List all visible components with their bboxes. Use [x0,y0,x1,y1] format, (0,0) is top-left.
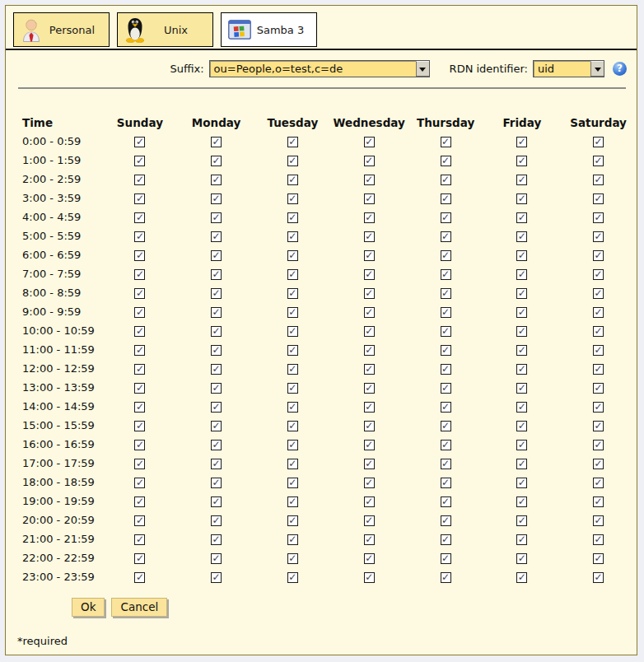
hour-checkbox-saturday[interactable] [593,231,604,242]
hour-checkbox-friday[interactable] [516,478,527,488]
hour-checkbox-monday[interactable] [211,250,222,261]
hour-checkbox-friday[interactable] [516,383,527,394]
hour-checkbox-friday[interactable] [516,307,527,318]
suffix-select[interactable]: ou=People,o=test,c=de [209,60,430,77]
hour-checkbox-saturday[interactable] [593,496,604,507]
hour-checkbox-monday[interactable] [211,478,222,488]
hour-checkbox-tuesday[interactable] [287,402,298,413]
hour-checkbox-tuesday[interactable] [287,553,298,564]
hour-checkbox-wednesday[interactable] [364,496,375,507]
hour-checkbox-thursday[interactable] [441,553,451,564]
hour-checkbox-monday[interactable] [211,231,222,242]
hour-checkbox-thursday[interactable] [441,478,451,488]
hour-checkbox-thursday[interactable] [441,307,451,318]
tab-samba3[interactable]: Samba 3 [221,12,317,47]
hour-checkbox-monday[interactable] [211,496,222,507]
hour-checkbox-saturday[interactable] [593,137,604,147]
hour-checkbox-saturday[interactable] [593,534,604,545]
hour-checkbox-sunday[interactable] [134,307,145,318]
hour-checkbox-saturday[interactable] [593,553,604,564]
hour-checkbox-wednesday[interactable] [364,288,375,299]
hour-checkbox-tuesday[interactable] [287,345,298,356]
hour-checkbox-saturday[interactable] [593,175,604,185]
hour-checkbox-friday[interactable] [516,515,527,526]
hour-checkbox-sunday[interactable] [134,175,145,185]
hour-checkbox-monday[interactable] [211,137,222,147]
hour-checkbox-tuesday[interactable] [287,496,298,507]
hour-checkbox-friday[interactable] [516,137,527,147]
hour-checkbox-saturday[interactable] [593,572,604,583]
hour-checkbox-wednesday[interactable] [364,383,375,394]
hour-checkbox-sunday[interactable] [134,496,145,507]
hour-checkbox-sunday[interactable] [134,553,145,564]
hour-checkbox-wednesday[interactable] [364,572,375,583]
hour-checkbox-tuesday[interactable] [287,572,298,583]
hour-checkbox-sunday[interactable] [134,156,145,166]
hour-checkbox-saturday[interactable] [593,345,604,356]
hour-checkbox-saturday[interactable] [593,269,604,280]
hour-checkbox-thursday[interactable] [441,137,451,147]
hour-checkbox-wednesday[interactable] [364,250,375,261]
hour-checkbox-friday[interactable] [516,496,527,507]
hour-checkbox-thursday[interactable] [441,421,451,431]
hour-checkbox-sunday[interactable] [134,421,145,431]
hour-checkbox-tuesday[interactable] [287,288,298,299]
hour-checkbox-saturday[interactable] [593,193,604,204]
hour-checkbox-sunday[interactable] [134,250,145,261]
hour-checkbox-thursday[interactable] [441,269,451,280]
tab-personal[interactable]: Personal [13,12,110,47]
hour-checkbox-monday[interactable] [211,193,222,204]
hour-checkbox-friday[interactable] [516,269,527,280]
rdn-identifier-select[interactable]: uid [533,60,604,77]
hour-checkbox-sunday[interactable] [134,231,145,242]
hour-checkbox-thursday[interactable] [441,250,451,261]
hour-checkbox-saturday[interactable] [593,307,604,318]
tab-unix[interactable]: Unix [117,12,213,47]
hour-checkbox-thursday[interactable] [441,345,451,356]
hour-checkbox-wednesday[interactable] [364,175,375,185]
hour-checkbox-saturday[interactable] [593,440,604,450]
hour-checkbox-wednesday[interactable] [364,553,375,564]
hour-checkbox-saturday[interactable] [593,156,604,166]
hour-checkbox-wednesday[interactable] [364,156,375,166]
hour-checkbox-sunday[interactable] [134,478,145,488]
hour-checkbox-friday[interactable] [516,193,527,204]
hour-checkbox-thursday[interactable] [441,175,451,185]
hour-checkbox-tuesday[interactable] [287,364,298,375]
hour-checkbox-sunday[interactable] [134,212,145,223]
hour-checkbox-friday[interactable] [516,440,527,450]
hour-checkbox-thursday[interactable] [441,402,451,413]
hour-checkbox-monday[interactable] [211,364,222,375]
hour-checkbox-monday[interactable] [211,572,222,583]
hour-checkbox-wednesday[interactable] [364,193,375,204]
hour-checkbox-tuesday[interactable] [287,326,298,337]
hour-checkbox-wednesday[interactable] [364,269,375,280]
hour-checkbox-tuesday[interactable] [287,307,298,318]
hour-checkbox-tuesday[interactable] [287,193,298,204]
hour-checkbox-sunday[interactable] [134,326,145,337]
hour-checkbox-wednesday[interactable] [364,212,375,223]
hour-checkbox-wednesday[interactable] [364,421,375,431]
hour-checkbox-sunday[interactable] [134,515,145,526]
hour-checkbox-friday[interactable] [516,175,527,185]
hour-checkbox-monday[interactable] [211,421,222,431]
hour-checkbox-wednesday[interactable] [364,534,375,545]
hour-checkbox-sunday[interactable] [134,345,145,356]
hour-checkbox-tuesday[interactable] [287,459,298,469]
hour-checkbox-friday[interactable] [516,345,527,356]
hour-checkbox-thursday[interactable] [441,364,451,375]
hour-checkbox-saturday[interactable] [593,421,604,431]
hour-checkbox-saturday[interactable] [593,288,604,299]
hour-checkbox-tuesday[interactable] [287,212,298,223]
hour-checkbox-thursday[interactable] [441,156,451,166]
hour-checkbox-thursday[interactable] [441,440,451,450]
hour-checkbox-friday[interactable] [516,534,527,545]
hour-checkbox-tuesday[interactable] [287,515,298,526]
hour-checkbox-tuesday[interactable] [287,175,298,185]
hour-checkbox-wednesday[interactable] [364,345,375,356]
hour-checkbox-sunday[interactable] [134,269,145,280]
hour-checkbox-monday[interactable] [211,307,222,318]
hour-checkbox-friday[interactable] [516,553,527,564]
hour-checkbox-saturday[interactable] [593,459,604,469]
hour-checkbox-wednesday[interactable] [364,440,375,450]
